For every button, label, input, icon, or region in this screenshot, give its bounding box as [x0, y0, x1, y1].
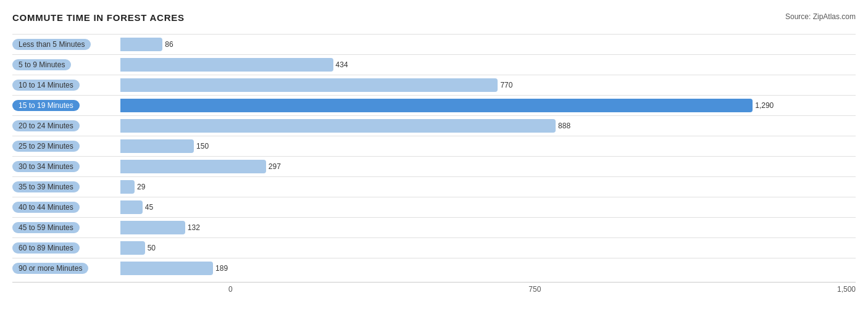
- chart-header: COMMUTE TIME IN FOREST ACRES Source: Zip…: [12, 12, 856, 23]
- bar-fill: [120, 241, 145, 255]
- table-row: 15 to 19 Minutes1,290: [12, 95, 856, 115]
- bar-container: 50: [120, 241, 856, 255]
- bar-value: 132: [188, 223, 200, 232]
- bar-container: 1,290: [120, 99, 856, 112]
- table-row: 35 to 39 Minutes29: [12, 176, 856, 197]
- bar-value: 45: [145, 203, 153, 212]
- source-text: Source: ZipAtlas.com: [785, 12, 856, 21]
- bar-fill: [120, 200, 143, 214]
- bar-container: 150: [120, 139, 856, 153]
- bar-label: 35 to 39 Minutes: [12, 181, 120, 192]
- bar-value: 86: [165, 40, 173, 49]
- x-axis-label: 0: [228, 285, 233, 294]
- bar-label: 60 to 89 Minutes: [12, 242, 120, 254]
- x-axis: 07501,500: [12, 282, 856, 294]
- x-axis-labels: 07501,500: [228, 285, 856, 294]
- table-row: 40 to 44 Minutes45: [12, 197, 856, 217]
- bar-fill: [120, 160, 266, 173]
- bar-value: 29: [137, 183, 145, 191]
- bar-container: 297: [120, 160, 856, 173]
- table-row: 60 to 89 Minutes50: [12, 237, 856, 258]
- bar-fill: [120, 58, 333, 72]
- bar-fill: [120, 78, 498, 92]
- bar-container: 29: [120, 180, 856, 194]
- bar-label: 25 to 29 Minutes: [12, 141, 120, 152]
- chart-title: COMMUTE TIME IN FOREST ACRES: [12, 12, 185, 23]
- bar-label: 90 or more Minutes: [12, 263, 120, 274]
- bar-value: 189: [215, 264, 228, 273]
- bar-fill: [120, 262, 213, 275]
- table-row: 25 to 29 Minutes150: [12, 136, 856, 156]
- bar-label: 15 to 19 Minutes: [12, 100, 120, 111]
- bar-label: 40 to 44 Minutes: [12, 202, 120, 213]
- bar-label: 20 to 24 Minutes: [12, 120, 120, 131]
- table-row: 10 to 14 Minutes770: [12, 75, 856, 95]
- bar-container: 888: [120, 119, 856, 133]
- bar-fill: [120, 99, 753, 112]
- bar-container: 189: [120, 262, 856, 275]
- bar-label: 45 to 59 Minutes: [12, 222, 120, 233]
- table-row: 30 to 34 Minutes297: [12, 156, 856, 176]
- bar-fill: [120, 180, 135, 194]
- bar-label: 30 to 34 Minutes: [12, 161, 120, 172]
- bar-container: 86: [120, 38, 856, 51]
- table-row: 90 or more Minutes189: [12, 258, 856, 278]
- table-row: 45 to 59 Minutes132: [12, 217, 856, 237]
- bar-fill: [120, 119, 556, 133]
- bar-container: 132: [120, 221, 856, 234]
- bar-container: 434: [120, 58, 856, 72]
- table-row: 5 to 9 Minutes434: [12, 54, 856, 75]
- bar-value: 888: [558, 122, 570, 130]
- bar-value: 150: [196, 142, 209, 151]
- bar-container: 770: [120, 78, 856, 92]
- x-axis-label: 1,500: [837, 285, 856, 294]
- bar-label: 5 to 9 Minutes: [12, 59, 120, 70]
- bar-container: 45: [120, 200, 856, 214]
- bar-value: 434: [336, 60, 348, 69]
- bar-fill: [120, 38, 162, 51]
- bar-value: 770: [500, 81, 512, 89]
- bar-fill: [120, 139, 194, 153]
- bar-value: 297: [269, 162, 281, 171]
- bar-label: Less than 5 Minutes: [12, 39, 120, 50]
- bar-fill: [120, 221, 185, 234]
- bar-label: 10 to 14 Minutes: [12, 80, 120, 91]
- bar-value: 1,290: [755, 101, 774, 110]
- table-row: Less than 5 Minutes86: [12, 34, 856, 54]
- bar-value: 50: [148, 244, 156, 252]
- x-axis-label: 750: [528, 285, 541, 294]
- table-row: 20 to 24 Minutes888: [12, 115, 856, 136]
- chart-area: Less than 5 Minutes865 to 9 Minutes43410…: [12, 34, 856, 278]
